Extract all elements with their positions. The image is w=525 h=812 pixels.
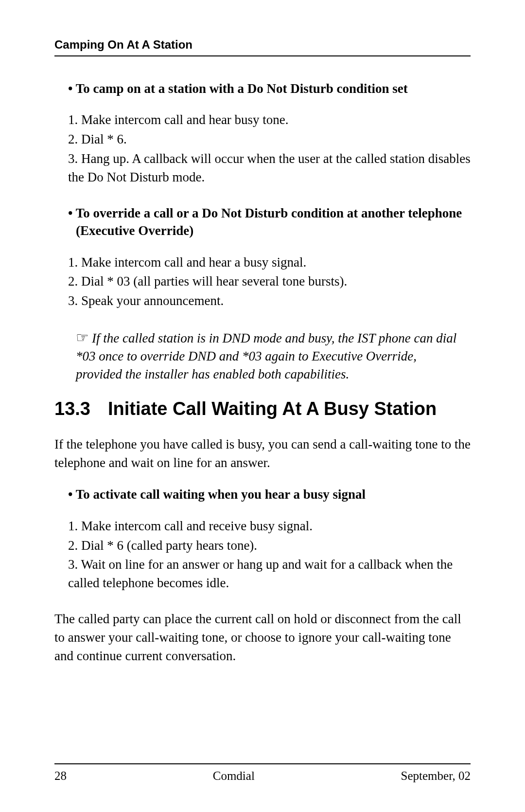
page-footer: 28 Comdial September, 02 — [54, 763, 471, 783]
list-item: 2. Dial * 6. — [68, 130, 471, 149]
pointing-hand-icon: ☞ — [76, 329, 89, 345]
list-item: 1. Make intercom call and hear a busy si… — [68, 253, 471, 272]
procedure-title-1: • To camp on at a station with a Do Not … — [68, 80, 471, 97]
procedure-title-2: • To override a call or a Do Not Disturb… — [68, 204, 471, 240]
intro-paragraph: If the telephone you have called is busy… — [54, 435, 471, 472]
procedure-title-3: • To activate call waiting when you hear… — [68, 486, 471, 503]
section-title: Initiate Call Waiting At A Busy Station — [108, 397, 458, 421]
list-item: 2. Dial * 03 (all parties will hear seve… — [68, 272, 471, 291]
list-item: 3. Wait on line for an answer or hang up… — [68, 556, 471, 593]
section-number: 13.3 — [54, 397, 108, 421]
steps-list-2: 1. Make intercom call and hear a busy si… — [68, 253, 471, 310]
list-item: 1. Make intercom call and hear busy tone… — [68, 111, 471, 129]
list-item: 3. Hang up. A callback will occur when t… — [68, 150, 471, 187]
footer-center: Comdial — [213, 769, 255, 783]
list-item: 2. Dial * 6 (called party hears tone). — [68, 537, 471, 555]
footer-date: September, 02 — [401, 769, 471, 783]
closing-paragraph: The called party can place the current c… — [54, 610, 471, 665]
header-title: Camping On At A Station — [54, 38, 192, 51]
section-heading: 13.3Initiate Call Waiting At A Busy Stat… — [54, 397, 471, 421]
list-item: 1. Make intercom call and receive busy s… — [68, 517, 471, 536]
steps-list-3: 1. Make intercom call and receive busy s… — [68, 517, 471, 593]
page-number: 28 — [54, 769, 67, 783]
list-item: 3. Speak your announcement. — [68, 292, 471, 310]
note-text: If the called station is in DND mode and… — [76, 331, 456, 381]
note: ☞If the called station is in DND mode an… — [76, 328, 466, 383]
steps-list-1: 1. Make intercom call and hear busy tone… — [68, 111, 471, 186]
page-header: Camping On At A Station — [54, 38, 471, 56]
